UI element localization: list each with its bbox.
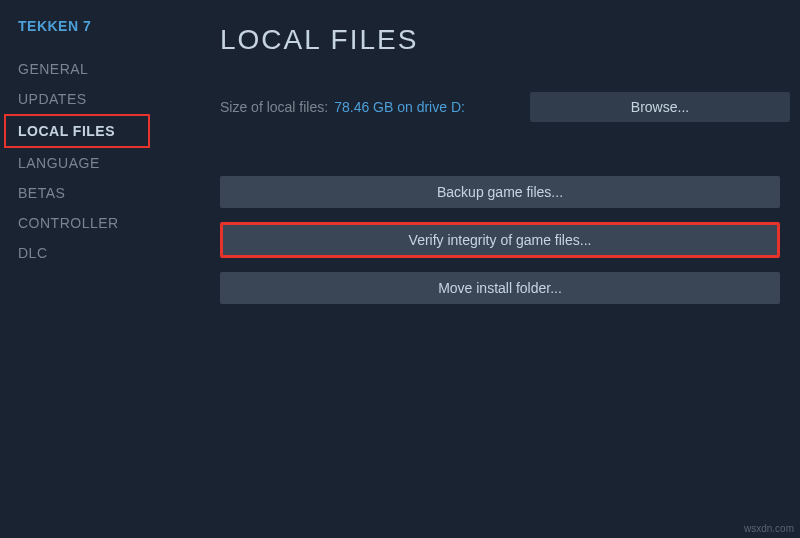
sidebar-item-general[interactable]: GENERAL bbox=[18, 54, 160, 84]
page-title: LOCAL FILES bbox=[220, 24, 790, 56]
sidebar-item-local-files[interactable]: LOCAL FILES bbox=[4, 114, 150, 148]
game-title: TEKKEN 7 bbox=[18, 18, 160, 34]
size-row: Size of local files: 78.46 GB on drive D… bbox=[220, 92, 790, 122]
main-panel: LOCAL FILES Size of local files: 78.46 G… bbox=[160, 0, 800, 538]
size-label: Size of local files: bbox=[220, 99, 328, 115]
verify-button[interactable]: Verify integrity of game files... bbox=[220, 222, 780, 258]
action-buttons: Backup game files... Verify integrity of… bbox=[220, 176, 780, 304]
size-value: 78.46 GB on drive D: bbox=[334, 99, 465, 115]
move-button[interactable]: Move install folder... bbox=[220, 272, 780, 304]
backup-button[interactable]: Backup game files... bbox=[220, 176, 780, 208]
sidebar-item-dlc[interactable]: DLC bbox=[18, 238, 160, 268]
sidebar-item-updates[interactable]: UPDATES bbox=[18, 84, 160, 114]
sidebar-item-betas[interactable]: BETAS bbox=[18, 178, 160, 208]
sidebar-item-language[interactable]: LANGUAGE bbox=[18, 148, 160, 178]
sidebar-item-controller[interactable]: CONTROLLER bbox=[18, 208, 160, 238]
browse-button[interactable]: Browse... bbox=[530, 92, 790, 122]
watermark: wsxdn.com bbox=[744, 523, 794, 534]
sidebar: TEKKEN 7 GENERAL UPDATES LOCAL FILES LAN… bbox=[0, 0, 160, 538]
